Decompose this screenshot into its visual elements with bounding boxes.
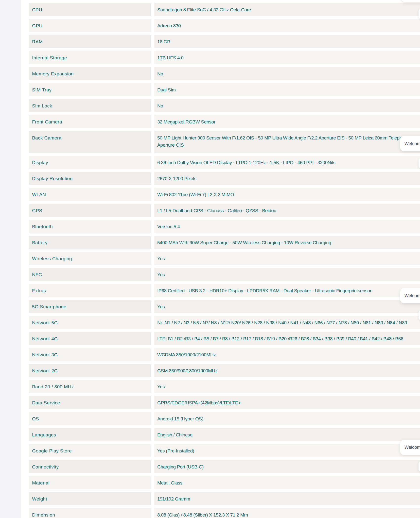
spec-value: WCDMA 850/1900/2100MHz xyxy=(154,348,420,361)
spec-label: GPU xyxy=(29,19,151,32)
spec-label: Google Play Store xyxy=(29,444,151,457)
table-row: CPU Snapdragon 8 Elite SoC / 4,32 GHz Oc… xyxy=(29,3,420,16)
spec-table: CPU Snapdragon 8 Elite SoC / 4,32 GHz Oc… xyxy=(29,3,420,518)
table-row: Network 4G LTE: B1 / B2 /B3 / B4 / B5 / … xyxy=(29,332,420,345)
offscreen-toast-edge[interactable] xyxy=(419,158,420,168)
spec-value: No xyxy=(154,99,420,112)
spec-label: WLAN xyxy=(29,188,151,201)
spec-value: 32 Megapixel RGBW Sensor xyxy=(154,115,420,128)
spec-label: Network 2G xyxy=(29,364,151,377)
spec-value: 5400 MAh With 90W Super Charge - 50W Wir… xyxy=(154,236,420,249)
table-row: OS Android 15 (Hyper OS) xyxy=(29,412,420,425)
spec-label: Wireless Charging xyxy=(29,252,151,265)
spec-value: Wi-Fi 802.11be (Wi-Fi 7) | 2 X 2 MIMO xyxy=(154,188,420,201)
table-row: Connectivity Charging Port (USB-C) xyxy=(29,460,420,473)
offscreen-toast-edge[interactable] xyxy=(419,310,420,320)
table-row: Languages English / Chinese xyxy=(29,428,420,441)
spec-label: OS xyxy=(29,412,151,425)
welcome-toast[interactable]: Welcome xyxy=(400,288,420,303)
spec-value: IP68 Certified - USB 3.2 - HDR10+ Displa… xyxy=(154,284,420,297)
spec-label: Dimension xyxy=(29,508,151,518)
spec-label: Battery xyxy=(29,236,151,249)
table-row: Network 3G WCDMA 850/1900/2100MHz xyxy=(29,348,420,361)
spec-label: CPU xyxy=(29,3,151,16)
spec-label: Network 5G xyxy=(29,316,151,329)
table-row: Display Resolution 2670 X 1200 Pixels xyxy=(29,172,420,185)
table-row: Band 20 / 800 MHz Yes xyxy=(29,380,420,393)
spec-label: NFC xyxy=(29,268,151,281)
spec-value: 16 GB xyxy=(154,35,420,48)
table-row: Material Metal, Glass xyxy=(29,476,420,489)
spec-label: Bluetooth xyxy=(29,220,151,233)
spec-value: Dual Sim xyxy=(154,83,420,96)
table-row: Front Camera 32 Megapixel RGBW Sensor xyxy=(29,115,420,128)
spec-value: L1 / L5-Dualband-GPS - Glonass - Galileo… xyxy=(154,204,420,217)
table-row: NFC Yes xyxy=(29,268,420,281)
spec-label: Data Service xyxy=(29,396,151,409)
spec-value: Yes (Pre-Installed) xyxy=(154,444,420,457)
spec-value: Adreno 830 xyxy=(154,19,420,32)
spec-label: Display Resolution xyxy=(29,172,151,185)
spec-value: No xyxy=(154,67,420,80)
welcome-toast[interactable]: Welcome xyxy=(400,136,420,151)
table-row: WLAN Wi-Fi 802.11be (Wi-Fi 7) | 2 X 2 MI… xyxy=(29,188,420,201)
toast-message: Welcome xyxy=(404,141,420,146)
table-row: Weight 191/192 Gramm xyxy=(29,492,420,505)
spec-value: Snapdragon 8 Elite SoC / 4,32 GHz Octa-C… xyxy=(154,3,420,16)
table-row: Sim Lock No xyxy=(29,99,420,112)
table-row: Bluetooth Version 5.4 xyxy=(29,220,420,233)
table-row: 5G Smartphone Yes xyxy=(29,300,420,313)
spec-value: 50 MP Light Hunter 900 Sensor With F/1.6… xyxy=(154,131,420,153)
spec-value: Yes xyxy=(154,300,420,313)
spec-value: Charging Port (USB-C) xyxy=(154,460,420,473)
table-row: RAM 16 GB xyxy=(29,35,420,48)
spec-value: 1TB UFS 4.0 xyxy=(154,51,420,64)
spec-value: 191/192 Gramm xyxy=(154,492,420,505)
welcome-toast[interactable]: Welcome xyxy=(400,440,420,455)
spec-value: Android 15 (Hyper OS) xyxy=(154,412,420,425)
table-row: Dimension 8.08 (Glas) / 8.48 (Silber) X … xyxy=(29,508,420,518)
left-sidebar xyxy=(0,0,21,518)
spec-label: Front Camera xyxy=(29,115,151,128)
table-row: Network 5G Nr: N1 / N2 / N3 / N5 / N7/ N… xyxy=(29,316,420,329)
table-row: Data Service GPRS/EDGE/HSPA+(42Mbps)/LTE… xyxy=(29,396,420,409)
spec-value: 2670 X 1200 Pixels xyxy=(154,172,420,185)
spec-value: LTE: B1 / B2 /B3 / B4 / B5 / B7 / B8 / B… xyxy=(154,332,420,345)
spec-label: Band 20 / 800 MHz xyxy=(29,380,151,393)
spec-label: Network 3G xyxy=(29,348,151,361)
spec-value: Version 5.4 xyxy=(154,220,420,233)
spec-value: English / Chinese xyxy=(154,428,420,441)
table-row: Google Play Store Yes (Pre-Installed) xyxy=(29,444,420,457)
spec-label: Extras xyxy=(29,284,151,297)
spec-label: Network 4G xyxy=(29,332,151,345)
spec-label: Internal Storage xyxy=(29,51,151,64)
offscreen-toast-edge[interactable] xyxy=(419,9,420,19)
welcome-toast[interactable]: Welcome xyxy=(402,0,420,2)
spec-label: Weight xyxy=(29,492,151,505)
spec-value: Yes xyxy=(154,380,420,393)
spec-label: Back Camera xyxy=(29,131,151,153)
offscreen-toast-edge[interactable] xyxy=(419,461,420,472)
toast-message: Welcome xyxy=(404,445,420,450)
table-row: GPS L1 / L5-Dualband-GPS - Glonass - Gal… xyxy=(29,204,420,217)
table-row: Wireless Charging Yes xyxy=(29,252,420,265)
spec-value: Metal, Glass xyxy=(154,476,420,489)
table-row: Network 2G GSM 850/900/1800/1900MHz xyxy=(29,364,420,377)
table-row: Back Camera 50 MP Light Hunter 900 Senso… xyxy=(29,131,420,153)
spec-label: SIM Tray xyxy=(29,83,151,96)
spec-label: Languages xyxy=(29,428,151,441)
spec-label: Sim Lock xyxy=(29,99,151,112)
spec-label: GPS xyxy=(29,204,151,217)
table-row: SIM Tray Dual Sim xyxy=(29,83,420,96)
spec-label: RAM xyxy=(29,35,151,48)
table-row: GPU Adreno 830 xyxy=(29,19,420,32)
spec-value: GPRS/EDGE/HSPA+(42Mbps)/LTE/LTE+ xyxy=(154,396,420,409)
spec-value: Yes xyxy=(154,252,420,265)
spec-label: Memory Expansion xyxy=(29,67,151,80)
table-row: Internal Storage 1TB UFS 4.0 xyxy=(29,51,420,64)
table-row: Battery 5400 MAh With 90W Super Charge -… xyxy=(29,236,420,249)
spec-value: GSM 850/900/1800/1900MHz xyxy=(154,364,420,377)
spec-value: 6.36 Inch Dolby Vision OLED Display - LT… xyxy=(154,156,420,169)
spec-label: 5G Smartphone xyxy=(29,300,151,313)
spec-label: Connectivity xyxy=(29,460,151,473)
